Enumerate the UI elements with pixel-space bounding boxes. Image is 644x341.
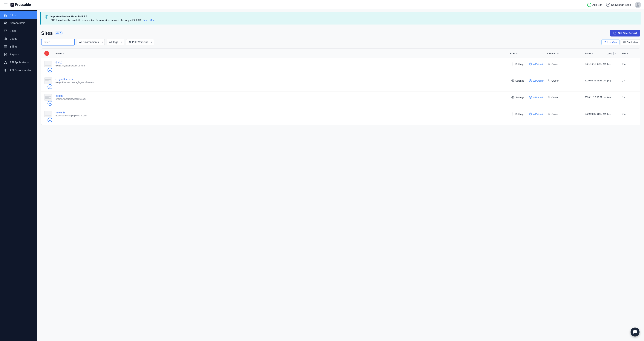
top-nav-right: + Add Site ? Knowledge Base <box>587 2 641 8</box>
svg-line-17 <box>6 62 6 63</box>
svg-point-39 <box>548 96 549 97</box>
sidebar-item-billing[interactable]: Billing <box>0 43 38 51</box>
sidebar-item-email[interactable]: Email <box>0 27 38 35</box>
top-nav-left: P Pressable <box>3 3 31 7</box>
php-dropdown[interactable]: All PHP Versions <box>126 39 154 45</box>
api-applications-icon <box>4 61 8 64</box>
php-select-wrapper: All PHP Versions ▾ <box>126 39 154 45</box>
site-name-col-3: new-site new-site.mystagingwebsite.com <box>56 111 510 117</box>
svg-rect-28 <box>624 42 625 43</box>
tags-dropdown[interactable]: All Tags <box>106 39 124 45</box>
svg-rect-9 <box>4 46 7 48</box>
more-button-2[interactable] <box>44 101 56 106</box>
site-created-3: 2020/04/30 01:28 pm <box>585 113 607 115</box>
sidebar-item-usage[interactable]: Usage <box>0 35 38 43</box>
sidebar-label-email: Email <box>10 29 16 32</box>
chat-bubble-button[interactable] <box>630 327 640 336</box>
logo-icon: P <box>10 3 14 7</box>
card-view-button[interactable]: Card View <box>621 39 640 45</box>
more-button-0[interactable] <box>44 67 56 73</box>
site-php-2: 7.4 <box>622 96 637 99</box>
logo-text: Pressable <box>15 3 31 7</box>
sidebar-item-api-documentation[interactable]: API Documentation <box>0 66 38 74</box>
notice-learn-more-link[interactable]: Learn More <box>143 19 155 22</box>
wp-admin-button-0[interactable]: WP Admin <box>528 62 546 66</box>
created-sort-icon: ⇅ <box>557 52 558 55</box>
site-name-link-3[interactable]: new-site <box>56 111 510 114</box>
layout: Sites Collaborators Email Usage Billing <box>0 10 644 341</box>
site-created-2: 2020/11/10 03:37 pm <box>585 96 607 99</box>
site-thumbnail-1 <box>44 77 56 84</box>
state-sort-icon: ⇅ <box>592 52 593 55</box>
sidebar-item-collaborators[interactable]: Collaborators <box>0 19 38 27</box>
th-role[interactable]: Role ⇅ <box>510 52 547 55</box>
site-role-3: Owner <box>547 113 585 116</box>
hamburger-menu[interactable] <box>3 3 8 7</box>
site-state-1: live <box>607 79 622 82</box>
settings-button-0[interactable]: Settings <box>510 62 526 66</box>
svg-point-31 <box>548 63 549 64</box>
settings-button-1[interactable]: Settings <box>510 78 526 83</box>
filters-row: All Environments ▾ All Tags ▾ All PHP Ve… <box>38 39 644 49</box>
th-state[interactable]: State ⇅ <box>585 52 607 55</box>
sidebar-label-reports: Reports <box>10 53 19 56</box>
svg-point-41 <box>512 114 513 114</box>
site-created-0: 2021/10/12 09:25 am <box>585 63 607 65</box>
table-header: 1 Name ⇅ Role ⇅ Created ⇅ St <box>41 49 640 58</box>
name-sort-icon: ⇅ <box>63 52 64 55</box>
svg-point-35 <box>548 80 549 81</box>
table-row: ettest1 ettest1.mystagingwebsite.com Set… <box>41 92 640 108</box>
site-created-1: 2020/03/31 03:43 pm <box>585 79 607 82</box>
wp-admin-button-3[interactable]: WP Admin <box>528 112 546 116</box>
list-view-button[interactable]: List View <box>601 39 620 45</box>
site-php-3: 7.4 <box>622 113 637 116</box>
sidebar-item-sites[interactable]: Sites <box>0 11 38 19</box>
get-site-report-button[interactable]: Get Site Report <box>610 30 640 37</box>
wp-admin-button-1[interactable]: WP Admin <box>528 78 546 83</box>
th-name[interactable]: Name ⇅ <box>56 52 510 55</box>
sites-icon <box>4 13 8 17</box>
svg-rect-2 <box>6 14 7 15</box>
site-actions-3: Settings WP Admin <box>510 112 547 116</box>
list-view-label: List View <box>607 41 617 44</box>
site-state-2: live <box>607 96 622 99</box>
svg-point-5 <box>5 22 6 23</box>
wp-admin-button-2[interactable]: WP Admin <box>528 95 546 100</box>
site-state-0: live <box>607 63 622 66</box>
svg-point-36 <box>48 84 52 89</box>
user-avatar[interactable] <box>635 2 641 8</box>
site-role-0: Owner <box>547 63 585 66</box>
add-site-button[interactable]: + Add Site <box>587 3 602 7</box>
logo[interactable]: P Pressable <box>10 3 31 7</box>
api-documentation-icon <box>4 68 8 72</box>
svg-point-33 <box>512 80 513 81</box>
settings-button-3[interactable]: Settings <box>510 112 526 116</box>
view-toggle: List View Card View <box>601 39 640 45</box>
more-button-3[interactable] <box>44 117 56 123</box>
site-name-link-0[interactable]: divi10 <box>56 61 510 64</box>
svg-rect-27 <box>624 42 624 43</box>
env-dropdown[interactable]: All Environments <box>77 39 105 45</box>
settings-button-2[interactable]: Settings <box>510 95 526 100</box>
site-name-link-1[interactable]: elegantthemes <box>56 78 510 81</box>
site-name-link-2[interactable]: ettest1 <box>56 94 510 97</box>
more-button-1[interactable] <box>44 84 56 89</box>
th-created[interactable]: Created ⇅ <box>547 52 585 55</box>
env-select-wrapper: All Environments ▾ <box>77 39 105 45</box>
svg-point-37 <box>512 97 513 98</box>
th-php[interactable]: php ⇅ <box>607 52 622 55</box>
sidebar-item-api-applications[interactable]: API Applications <box>0 58 38 66</box>
sidebar: Sites Collaborators Email Usage Billing <box>0 10 38 341</box>
site-role-1: Owner <box>547 79 585 82</box>
help-circle-icon: ? <box>606 3 610 7</box>
filter-input[interactable] <box>41 39 75 46</box>
card-view-label: Card View <box>626 41 638 44</box>
site-thumbnail-3 <box>44 111 56 117</box>
knowledge-base-button[interactable]: ? Knowledge Base <box>606 3 631 7</box>
site-php-0: 7.4 <box>622 63 637 66</box>
sites-count-badge: 4 / 5 <box>54 31 63 35</box>
sidebar-item-reports[interactable]: Reports <box>0 51 38 58</box>
svg-point-0 <box>637 3 638 5</box>
svg-point-44 <box>48 118 52 122</box>
main-content: ⓘ Important Notice About PHP 7.4 PHP 7.4… <box>38 10 644 341</box>
